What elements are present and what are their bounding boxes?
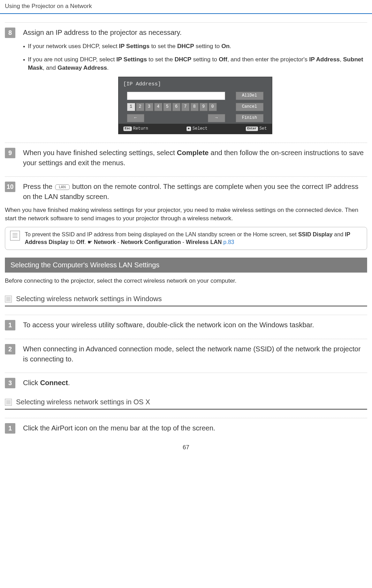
enter-key-icon: Enter <box>246 127 258 131</box>
key-3[interactable]: 3 <box>145 103 153 111</box>
bullet-text: If your network uses DHCP, select IP Set… <box>28 42 367 51</box>
sub-heading-windows: Selecting wireless network settings in W… <box>5 295 367 303</box>
select-label: Select <box>192 126 207 132</box>
sub-underline <box>5 409 367 410</box>
return-label: Return <box>133 126 148 132</box>
note-icon <box>10 231 20 240</box>
bullet-icon: • <box>23 42 25 51</box>
step-text: Click Connect. <box>23 378 367 388</box>
hand-icon <box>88 239 92 245</box>
finish-button[interactable]: Finish <box>236 114 264 122</box>
sub-underline <box>5 306 367 306</box>
win-step-3: 3 Click Connect. <box>5 378 367 388</box>
sub-heading-label: Selecting wireless network settings in O… <box>16 398 150 406</box>
step-text: When connecting in Advanced connection m… <box>23 344 367 364</box>
osx-step-1: 1 Click the AirPort icon on the menu bar… <box>5 423 367 434</box>
step-number: 3 <box>5 378 15 388</box>
key-1[interactable]: 1 <box>127 103 135 111</box>
step-title: Assign an IP address to the projector as… <box>23 28 367 38</box>
step-number: 1 <box>5 423 15 434</box>
key-8[interactable]: 8 <box>190 103 199 111</box>
divider <box>5 22 367 23</box>
paragraph: Before connecting to the projector, sele… <box>5 277 367 285</box>
bullet-icon: • <box>23 55 25 72</box>
arrow-left-key[interactable]: ← <box>127 114 144 122</box>
select-key-icon: ◆ <box>187 127 191 131</box>
note-box: To prevent the SSID and IP address from … <box>5 227 367 250</box>
step-9: 9 When you have finished selecting setti… <box>5 148 367 168</box>
key-0[interactable]: 0 <box>208 103 217 111</box>
step-number: 9 <box>5 148 15 158</box>
key-6[interactable]: 6 <box>172 103 181 111</box>
page-header: Using the Projector on a Network <box>0 0 372 14</box>
step-text: To access your wireless utility software… <box>23 320 367 330</box>
bullet-item: • If your network uses DHCP, select IP S… <box>23 42 367 51</box>
sub-heading-label: Selecting wireless network settings in W… <box>16 295 162 303</box>
win-step-1: 1 To access your wireless utility softwa… <box>5 320 367 330</box>
alldel-button[interactable]: AllDel <box>236 92 264 100</box>
divider <box>5 315 367 315</box>
ip-address-dialog: [IP Address] AllDel 1 2 3 4 5 6 7 8 9 0 <box>118 77 272 134</box>
sub-marker-icon <box>5 399 12 406</box>
sub-marker-icon <box>5 296 12 303</box>
key-2[interactable]: 2 <box>136 103 144 111</box>
arrow-row: ← → <box>127 114 225 122</box>
dialog-title: [IP Address] <box>119 77 272 90</box>
step-text: Click the AirPort icon on the menu bar a… <box>23 423 367 434</box>
number-row: 1 2 3 4 5 6 7 8 9 0 <box>127 103 225 111</box>
step-number: 1 <box>5 320 15 330</box>
step-10: 10 Press the LAN button on the remote co… <box>5 182 367 202</box>
paragraph: When you have finished making wireless s… <box>5 206 367 223</box>
note-text: To prevent the SSID and IP address from … <box>25 231 362 246</box>
header-title: Using the Projector on a Network <box>5 3 92 9</box>
esc-key-icon: Esc <box>123 127 132 131</box>
step-number: 8 <box>5 28 15 38</box>
sub-heading-osx: Selecting wireless network settings in O… <box>5 398 367 406</box>
page-number: 67 <box>5 444 367 451</box>
lan-button-icon: LAN <box>55 184 69 190</box>
key-5[interactable]: 5 <box>163 103 172 111</box>
set-label: Set <box>259 126 267 132</box>
step-number: 2 <box>5 344 15 354</box>
win-step-2: 2 When connecting in Advanced connection… <box>5 344 367 364</box>
step-8: 8 Assign an IP address to the projector … <box>5 28 367 38</box>
ip-input-field[interactable] <box>127 92 225 100</box>
bullet-item: • If you are not using DHCP, select IP S… <box>23 55 367 72</box>
key-9[interactable]: 9 <box>199 103 208 111</box>
key-7[interactable]: 7 <box>181 103 190 111</box>
divider <box>5 418 367 418</box>
bullet-text: If you are not using DHCP, select IP Set… <box>28 55 367 72</box>
step-text: Press the LAN button on the remote contr… <box>23 182 367 202</box>
divider <box>5 176 367 177</box>
dialog-footer: EscReturn ◆Select EnterSet <box>119 124 272 134</box>
step-number: 10 <box>5 182 15 192</box>
cancel-button[interactable]: Cancel <box>236 103 264 111</box>
step-text: When you have finished selecting setting… <box>23 148 367 168</box>
section-heading: Selecting the Computer's Wireless LAN Se… <box>5 258 367 273</box>
divider <box>5 339 367 339</box>
key-4[interactable]: 4 <box>154 103 162 111</box>
page-link[interactable]: p.83 <box>223 239 234 245</box>
divider <box>5 143 367 143</box>
arrow-right-key[interactable]: → <box>208 114 225 122</box>
divider <box>5 373 367 373</box>
